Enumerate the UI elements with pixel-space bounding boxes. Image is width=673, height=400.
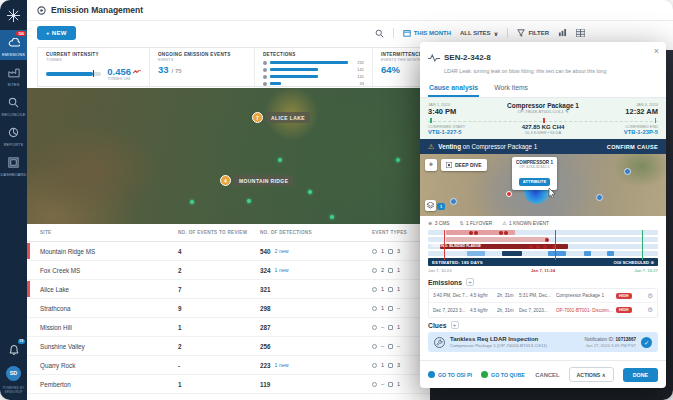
attribute-button[interactable]: ATTRIBUTE <box>519 178 550 186</box>
this-month-filter[interactable]: THIS MONTH <box>403 29 451 37</box>
column-header[interactable]: SITE <box>40 230 178 235</box>
toolbar-divider <box>393 28 394 38</box>
add-clue-button[interactable]: + <box>451 321 459 329</box>
legend-cms: ⊕3 CMS <box>428 220 449 226</box>
sidebar-item-sites[interactable]: SITES <box>0 60 27 90</box>
panel-header: SEN-2-342-8 × LDAR Leak: turning leak on… <box>420 42 666 78</box>
tab-cause-analysis[interactable]: Cause analysis <box>428 81 479 97</box>
layers-button[interactable] <box>425 200 436 211</box>
map-marker[interactable] <box>596 194 603 201</box>
pie-chart-icon <box>8 124 19 142</box>
notifications-button[interactable]: 19 <box>8 342 20 360</box>
detection-type-row: 141 <box>263 67 364 72</box>
site-dot[interactable] <box>190 200 194 204</box>
emission-rate: 10.4 KG/HR • 94 DA <box>522 130 565 135</box>
flyover-icon <box>388 382 393 387</box>
event-timeline[interactable]: VENTING: BLINDED FLANGE ESTIMATED: 180 D… <box>428 230 658 275</box>
factory-icon <box>8 64 20 82</box>
map-marker-mountain-ridge[interactable]: 4 MOUNTAIN RIDGE <box>220 175 293 186</box>
event-detail-panel: SEN-2-342-8 × LDAR Leak: turning leak on… <box>420 42 666 388</box>
deep-dive-icon <box>446 162 452 168</box>
user-avatar[interactable]: SD <box>6 366 21 381</box>
detections-card: DETECTIONS 232 141 141 33 <box>255 48 373 86</box>
estimate-label: ESTIMATED: 180 DAYS <box>432 260 483 265</box>
event-id: SEN-2-342-8 <box>444 53 491 62</box>
warning-icon: ⚠ <box>428 143 434 150</box>
site-dot[interactable] <box>396 158 400 162</box>
map-marker-alice-lake[interactable]: 7 ALICE LAKE <box>252 112 310 123</box>
column-header[interactable]: NO. OF EVENTS TO REVIEW <box>178 230 260 235</box>
legend-known-event: ⚠1 KNOWN EVENT <box>502 220 549 226</box>
sidebar-item-emissions[interactable]: 100 EMISSIONS <box>0 30 27 60</box>
current-intensity-card: CURRENT INTENSITY TONNES 0.456 TONNES CH… <box>38 48 150 86</box>
all-sites-dropdown[interactable]: ALL SITES ∨ <box>460 30 498 37</box>
filter-button[interactable]: FILTER <box>517 29 549 37</box>
gear-icon[interactable]: ⚙ <box>647 306 653 314</box>
emission-row[interactable]: 3:40 PM, Dec 7... 4.5 kg/hr 2h, 31m 5:31… <box>429 289 657 303</box>
timeline-row <box>428 251 658 256</box>
event-summary: JAN 1, 2024 3:40 PM Compressor Package 1… <box>420 98 666 139</box>
actions-dropdown-button[interactable]: ACTIONS ∧ <box>569 367 614 382</box>
confirmed-start-link[interactable]: VTB-1-227-5 <box>428 129 522 135</box>
site-dot[interactable] <box>278 158 282 162</box>
timeline-row <box>428 237 658 242</box>
cursor-icon <box>548 184 556 202</box>
dashboard-grid-icon <box>8 154 19 172</box>
flyover-icon <box>388 363 393 368</box>
sidebar-item-dashboard[interactable]: DASHBOARD <box>0 150 27 180</box>
sidebar-item-reconcile[interactable]: RECONCILE <box>0 90 27 120</box>
start-tick <box>430 118 432 123</box>
flyover-icon <box>388 325 393 330</box>
card-subtitle: EVENTS <box>158 58 246 62</box>
detection-type-row: 232 <box>263 60 364 65</box>
sidebar-item-reports[interactable]: REPORTS <box>0 120 27 150</box>
venting-bar-label: VENTING: BLINDED FLANGE <box>431 244 481 249</box>
detection-type-icon <box>263 82 267 86</box>
timeline-row <box>428 230 658 235</box>
confirm-cause-button[interactable]: CONFIRM CAUSE <box>607 144 658 150</box>
go-to-osi-pi-link[interactable]: GO TO OSI PI <box>428 371 472 378</box>
confirmed-end-link[interactable]: VTB-1-23P-5 <box>564 129 658 135</box>
satellite-view[interactable]: ⌖ DEEP DIVE COMPRESSOR 1 OP-3234-32342-5… <box>420 154 666 216</box>
cms-icon <box>372 268 377 273</box>
gear-icon[interactable]: ⚙ <box>647 292 653 300</box>
site-dot[interactable] <box>308 190 312 194</box>
detection-type-icon <box>263 68 267 72</box>
cause-type: Venting <box>438 143 461 150</box>
map-marker[interactable] <box>450 198 457 205</box>
close-icon[interactable]: × <box>654 47 659 56</box>
events-value: 33 <box>158 64 169 75</box>
flyover-icon: ⇅ <box>459 220 463 226</box>
sidebar-item-label: EMISSIONS <box>2 53 25 57</box>
app-icon <box>37 1 46 19</box>
card-title: CURRENT INTENSITY <box>46 52 141 57</box>
emission-row[interactable]: Dec 7, 2023 3... 4.5 kg/hr 2h, 31m Dec 7… <box>429 303 657 317</box>
column-header[interactable]: NO. OF DETECTIONS <box>260 230 372 235</box>
site-dot[interactable] <box>247 199 251 203</box>
cancel-button[interactable]: CANCEL <box>535 372 559 378</box>
clue-check-icon[interactable]: ✓ <box>641 337 652 348</box>
edit-icon[interactable]: ✎ <box>565 109 569 114</box>
ongoing-events-card: ONGOING EMISSION EVENTS EVENTS 33 / 75 <box>150 48 255 86</box>
new-button[interactable]: + NEW <box>37 26 76 40</box>
osi-pi-icon <box>428 371 435 378</box>
deep-dive-button[interactable]: DEEP DIVE <box>441 159 487 171</box>
sidebar-item-label: SITES <box>8 83 20 87</box>
alert-indicator <box>27 281 30 297</box>
wrench-icon <box>434 337 445 348</box>
add-emission-button[interactable]: + <box>466 278 474 286</box>
done-button[interactable]: DONE <box>623 368 658 382</box>
search-icon[interactable] <box>375 29 384 38</box>
cms-icon <box>372 382 377 387</box>
go-to-qube-link[interactable]: GO TO QUBE <box>481 371 525 378</box>
site-dot[interactable] <box>330 215 334 219</box>
tab-work-items[interactable]: Work items <box>493 81 529 97</box>
asset-code[interactable]: OP-78018-BT001-COL1 ✎ <box>507 109 579 114</box>
end-time: 12:32 AM <box>579 107 658 116</box>
map-marker[interactable] <box>624 168 631 175</box>
clue-card[interactable]: Tankless Req LDAR Inspection Compressor … <box>428 332 658 352</box>
recenter-button[interactable]: ⌖ <box>425 159 437 171</box>
panel-tabs: Cause analysis Work items <box>420 81 666 98</box>
chart-view-button[interactable] <box>558 29 567 37</box>
table-view-button[interactable] <box>576 29 585 37</box>
